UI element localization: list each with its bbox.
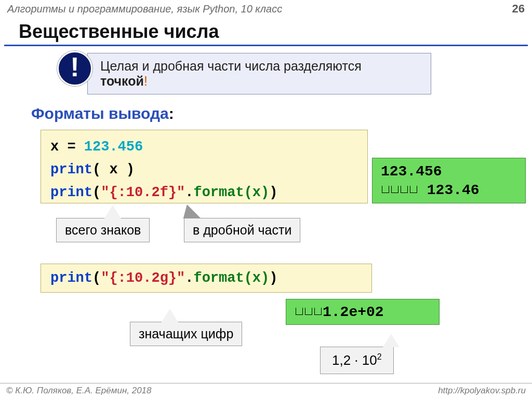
pointer-icon: [104, 205, 121, 218]
site-url: http://kpolyakov.spb.ru: [438, 386, 526, 396]
page-number: 26: [512, 2, 525, 16]
slide-title: Вещественные числа: [19, 21, 532, 43]
slide-footer: © К.Ю. Поляков, Е.А. Ерёмин, 2018 http:/…: [0, 383, 532, 398]
code-block-1: x = 123.456 print( x ) print("{:10.2f}".…: [41, 130, 368, 203]
pointer-icon: [179, 205, 200, 218]
output-block-2: 1.2e+02: [286, 299, 440, 325]
hint-total-chars: всего знаков: [56, 218, 150, 242]
callout-text: Целая и дробная части числа разделяются …: [87, 53, 431, 94]
space-marks-2: [295, 304, 323, 320]
section-heading: Форматы вывода:: [31, 105, 174, 122]
hint-significant: значащих цифр: [130, 322, 242, 346]
code-block-2: print("{:10.2g}".format(x)): [41, 264, 372, 293]
space-marks-1: [381, 182, 418, 198]
pointer-icon: [383, 334, 400, 347]
slide-header: Алгоритмы и программирование, язык Pytho…: [0, 0, 532, 17]
output-block-1: 123.456 123.46: [372, 158, 526, 203]
info-callout: ! Целая и дробная части числа разделяютс…: [57, 53, 431, 94]
hint-scientific: 1,2 · 102: [320, 347, 394, 374]
subject-text: Алгоритмы и программирование, язык Pytho…: [7, 3, 282, 15]
pointer-icon: [162, 309, 178, 322]
hint-fractional: в дробной части: [184, 218, 300, 242]
copyright: © К.Ю. Поляков, Е.А. Ерёмин, 2018: [6, 386, 152, 396]
title-rule: [4, 45, 528, 46]
exclamation-icon: !: [57, 51, 92, 86]
